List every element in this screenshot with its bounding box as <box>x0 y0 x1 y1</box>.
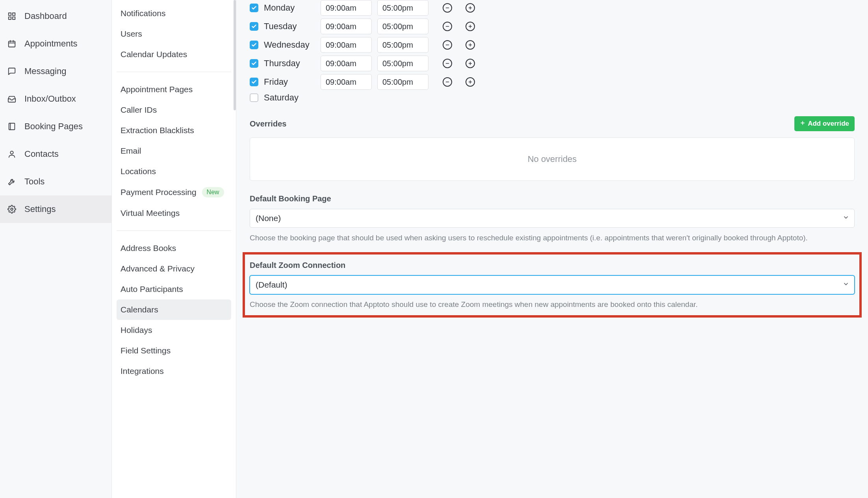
primary-sidebar: DashboardAppointmentsMessagingInbox/Outb… <box>0 0 112 498</box>
default-booking-page-help: Choose the booking page that should be u… <box>250 232 855 243</box>
svg-rect-3 <box>13 17 15 19</box>
new-badge: New <box>202 187 224 197</box>
overrides-header: Overrides Add override <box>250 116 855 131</box>
settings-item-appointment-pages[interactable]: Appointment Pages <box>117 79 231 100</box>
wrench-icon <box>7 177 17 186</box>
settings-item-label: Appointment Pages <box>121 85 193 94</box>
default-zoom-value: (Default) <box>256 280 287 290</box>
overrides-empty: No overrides <box>528 154 577 164</box>
sidebar-item-messaging[interactable]: Messaging <box>0 58 111 85</box>
schedule-row-thursday: Thursday <box>250 56 855 71</box>
settings-item-advanced-privacy[interactable]: Advanced & Privacy <box>117 258 231 279</box>
sidebar-item-label: Appointments <box>24 39 78 49</box>
add-slot-button[interactable] <box>466 59 475 68</box>
settings-item-address-books[interactable]: Address Books <box>117 238 231 258</box>
settings-item-notifications[interactable]: Notifications <box>117 3 231 24</box>
sidebar-item-label: Contacts <box>24 149 59 159</box>
schedule-row-friday: Friday <box>250 74 855 90</box>
sidebar-item-appointments[interactable]: Appointments <box>0 30 111 58</box>
day-label: Tuesday <box>264 21 315 32</box>
settings-item-label: Payment Processing <box>121 188 197 197</box>
add-override-button[interactable]: Add override <box>794 116 855 131</box>
sidebar-item-settings[interactable]: Settings <box>0 195 111 223</box>
sidebar-item-booking-pages[interactable]: Booking Pages <box>0 113 111 140</box>
settings-item-label: Users <box>121 29 142 39</box>
end-time-input[interactable] <box>377 56 428 71</box>
gear-icon <box>7 204 17 214</box>
sidebar-item-dashboard[interactable]: Dashboard <box>0 2 111 30</box>
day-checkbox[interactable] <box>250 59 258 68</box>
user-icon <box>7 149 17 159</box>
inbox-icon <box>7 94 17 104</box>
start-time-input[interactable] <box>321 74 372 90</box>
end-time-input[interactable] <box>377 0 428 16</box>
settings-item-label: Virtual Meetings <box>121 208 180 218</box>
settings-item-payment-processing[interactable]: Payment ProcessingNew <box>117 182 231 203</box>
start-time-input[interactable] <box>321 0 372 16</box>
sidebar-item-contacts[interactable]: Contacts <box>0 140 111 168</box>
settings-item-label: Field Settings <box>121 346 171 355</box>
settings-item-label: Integrations <box>121 366 164 376</box>
separator <box>117 230 231 231</box>
remove-slot-button[interactable] <box>443 59 452 68</box>
highlighted-zoom-section: Default Zoom Connection (Default) Choose… <box>243 252 862 318</box>
remove-slot-button[interactable] <box>443 77 452 87</box>
settings-item-label: Holidays <box>121 325 152 335</box>
svg-rect-2 <box>9 17 11 19</box>
default-booking-page-select[interactable]: (None) <box>250 209 855 228</box>
end-time-input[interactable] <box>377 37 428 53</box>
overrides-box: No overrides <box>250 138 855 181</box>
add-slot-button[interactable] <box>466 22 475 31</box>
schedule-row-monday: Monday <box>250 0 855 16</box>
remove-slot-button[interactable] <box>443 22 452 31</box>
day-checkbox[interactable] <box>250 22 258 31</box>
start-time-input[interactable] <box>321 56 372 71</box>
settings-item-auto-participants[interactable]: Auto Participants <box>117 279 231 299</box>
scrollbar-thumb[interactable] <box>234 0 236 110</box>
settings-item-users[interactable]: Users <box>117 24 231 44</box>
settings-item-label: Calendar Updates <box>121 50 187 59</box>
settings-item-holidays[interactable]: Holidays <box>117 320 231 340</box>
default-zoom-help: Choose the Zoom connection that Apptoto … <box>250 299 855 310</box>
settings-item-label: Notifications <box>121 9 165 18</box>
settings-item-label: Auto Participants <box>121 284 183 294</box>
end-time-input[interactable] <box>377 19 428 34</box>
settings-item-integrations[interactable]: Integrations <box>117 361 231 381</box>
scrollbar[interactable] <box>233 0 236 498</box>
day-checkbox[interactable] <box>250 41 258 49</box>
day-checkbox[interactable] <box>250 93 258 102</box>
sidebar-item-inbox-outbox[interactable]: Inbox/Outbox <box>0 85 111 113</box>
svg-rect-4 <box>9 41 15 47</box>
settings-item-extraction-blacklists[interactable]: Extraction Blacklists <box>117 120 231 141</box>
schedule-row-wednesday: Wednesday <box>250 37 855 53</box>
start-time-input[interactable] <box>321 19 372 34</box>
settings-item-caller-ids[interactable]: Caller IDs <box>117 100 231 120</box>
settings-item-calendars[interactable]: Calendars <box>117 299 231 320</box>
add-slot-button[interactable] <box>466 77 475 87</box>
start-time-input[interactable] <box>321 37 372 53</box>
settings-item-field-settings[interactable]: Field Settings <box>117 340 231 361</box>
schedule-section: MondayTuesdayWednesdayThursdayFridaySatu… <box>250 0 855 103</box>
settings-item-virtual-meetings[interactable]: Virtual Meetings <box>117 203 231 223</box>
sidebar-item-label: Inbox/Outbox <box>24 94 76 104</box>
day-checkbox[interactable] <box>250 78 258 86</box>
grid-icon <box>7 11 17 21</box>
remove-slot-button[interactable] <box>443 40 452 50</box>
settings-item-locations[interactable]: Locations <box>117 161 231 182</box>
add-slot-button[interactable] <box>466 3 475 13</box>
day-checkbox[interactable] <box>250 4 258 12</box>
add-slot-button[interactable] <box>466 40 475 50</box>
settings-item-email[interactable]: Email <box>117 141 231 161</box>
day-label: Saturday <box>264 93 315 103</box>
end-time-input[interactable] <box>377 74 428 90</box>
plus-icon <box>800 120 805 128</box>
remove-slot-button[interactable] <box>443 3 452 13</box>
sidebar-item-tools[interactable]: Tools <box>0 168 111 195</box>
settings-item-calendar-updates[interactable]: Calendar Updates <box>117 44 231 65</box>
default-zoom-select[interactable]: (Default) <box>250 275 855 294</box>
add-override-label: Add override <box>808 120 849 128</box>
svg-point-10 <box>10 151 13 154</box>
settings-item-label: Address Books <box>121 243 176 253</box>
sidebar-item-label: Messaging <box>24 66 66 76</box>
separator <box>117 72 231 72</box>
